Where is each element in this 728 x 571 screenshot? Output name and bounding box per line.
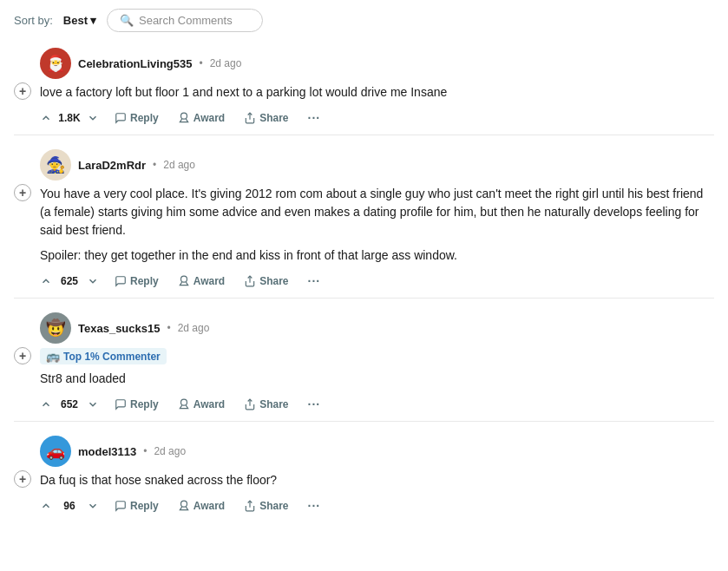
comment-right-col: 🚗model3113•2d agoDa fuq is that hose sna… [40, 436, 714, 515]
comment-wrapper: +🧙LaraD2mRdr•2d agoYou have a very cool … [14, 149, 714, 291]
upvote-button[interactable] [40, 500, 52, 512]
downvote-button[interactable] [87, 398, 99, 410]
username[interactable]: model3113 [78, 445, 136, 458]
reply-label: Reply [130, 112, 159, 124]
username[interactable]: Texas_sucks15 [78, 322, 160, 335]
comment-wrapper: +🚗model3113•2d agoDa fuq is that hose sn… [14, 436, 714, 515]
comment-header: 🚗model3113•2d ago [40, 436, 714, 467]
search-icon: 🔍 [120, 14, 134, 27]
comment-header: 🤠Texas_sucks15•2d ago [40, 312, 714, 344]
avatar: 🎅 [40, 48, 71, 79]
award-label: Award [193, 112, 225, 124]
comment-text: You have a very cool place. It's giving … [40, 185, 714, 265]
search-placeholder-text: Search Comments [139, 14, 233, 27]
award-label: Award [193, 398, 225, 410]
reply-button[interactable]: Reply [111, 272, 162, 290]
award-label: Award [193, 275, 225, 287]
share-button[interactable]: Share [240, 272, 292, 290]
comment-text: love a factory loft but floor 1 and next… [40, 83, 714, 102]
vote-group: 1.8K [40, 112, 99, 124]
award-button[interactable]: Award [174, 396, 228, 413]
comment-divider [14, 135, 714, 135]
chevron-down-icon: ▾ [90, 14, 96, 27]
comments-list: +🎅CelebrationLiving535•2d agolove a fact… [14, 48, 714, 515]
share-button[interactable]: Share [240, 396, 292, 413]
separator-dot: • [167, 322, 170, 334]
vote-count: 1.8K [57, 112, 82, 124]
more-options-button[interactable]: ··· [305, 108, 325, 128]
comment-paragraph: Spoiler: they get together in the end an… [40, 246, 714, 265]
svg-point-0 [180, 113, 187, 119]
badge-label: Top 1% Commenter [63, 351, 161, 363]
username[interactable]: CelebrationLiving535 [78, 57, 192, 70]
search-box[interactable]: 🔍 Search Comments [107, 9, 263, 32]
share-label: Share [259, 275, 288, 287]
comment-divider [14, 421, 714, 422]
reply-label: Reply [130, 275, 159, 287]
expand-button[interactable]: + [14, 82, 31, 100]
vote-count: 625 [57, 275, 82, 287]
reply-button[interactable]: Reply [111, 396, 162, 413]
avatar: 🤠 [40, 312, 71, 344]
reply-button[interactable]: Reply [111, 497, 162, 515]
avatar: 🧙 [40, 149, 71, 180]
award-button[interactable]: Award [174, 497, 228, 515]
share-label: Share [259, 500, 288, 512]
svg-point-4 [180, 399, 187, 405]
vote-count: 652 [57, 398, 82, 410]
more-options-button[interactable]: ··· [305, 272, 325, 291]
upvote-button[interactable] [40, 112, 52, 124]
separator-dot: • [153, 159, 156, 171]
svg-point-2 [180, 276, 187, 282]
award-button[interactable]: Award [174, 109, 228, 127]
upvote-button[interactable] [40, 398, 52, 410]
action-bar: 652ReplyAwardShare··· [40, 395, 714, 414]
award-button[interactable]: Award [174, 272, 228, 290]
expand-button[interactable]: + [14, 470, 31, 488]
comment-divider [14, 298, 714, 299]
action-bar: 625ReplyAwardShare··· [40, 272, 714, 291]
comment-timestamp: 2d ago [178, 322, 210, 334]
sort-value-text: Best [63, 14, 88, 27]
comment-header: 🎅CelebrationLiving535•2d ago [40, 48, 714, 79]
action-bar: 1.8KReplyAwardShare··· [40, 108, 714, 128]
share-label: Share [259, 398, 288, 410]
comment-right-col: 🧙LaraD2mRdr•2d agoYou have a very cool p… [40, 149, 714, 291]
comment-left-col: + [14, 149, 31, 291]
share-button[interactable]: Share [240, 109, 292, 127]
comment-wrapper: +🤠Texas_sucks15•2d ago🚌Top 1% CommenterS… [14, 312, 714, 414]
comment-timestamp: 2d ago [154, 445, 186, 457]
username[interactable]: LaraD2mRdr [78, 159, 146, 172]
award-label: Award [193, 500, 225, 512]
user-badge: 🚌Top 1% Commenter [40, 348, 167, 364]
downvote-button[interactable] [87, 275, 99, 287]
more-options-button[interactable]: ··· [305, 395, 325, 414]
comment-paragraph: Str8 and loaded [40, 370, 714, 388]
downvote-button[interactable] [87, 500, 99, 512]
comment-left-col: + [14, 312, 31, 414]
top-bar: Sort by: Best ▾ 🔍 Search Comments [14, 9, 714, 32]
reply-label: Reply [130, 398, 159, 410]
separator-dot: • [199, 57, 202, 69]
sort-dropdown[interactable]: Best ▾ [63, 14, 96, 27]
comment-right-col: 🤠Texas_sucks15•2d ago🚌Top 1% CommenterSt… [40, 312, 714, 414]
expand-button[interactable]: + [14, 184, 31, 201]
comment-text: Str8 and loaded [40, 370, 714, 388]
vote-group: 96 [40, 500, 99, 512]
expand-button[interactable]: + [14, 347, 31, 364]
more-options-button[interactable]: ··· [305, 496, 325, 515]
comment-header: 🧙LaraD2mRdr•2d ago [40, 149, 714, 180]
sort-by-label: Sort by: [14, 14, 53, 27]
reply-button[interactable]: Reply [111, 109, 162, 127]
comment-wrapper: +🎅CelebrationLiving535•2d agolove a fact… [14, 48, 714, 128]
reply-label: Reply [130, 500, 159, 512]
upvote-button[interactable] [40, 275, 52, 287]
comment-paragraph: Da fuq is that hose snaked across the fl… [40, 471, 714, 489]
comment-left-col: + [14, 48, 31, 128]
vote-count: 96 [57, 500, 82, 512]
svg-point-6 [180, 501, 187, 507]
downvote-button[interactable] [87, 112, 99, 124]
avatar: 🚗 [40, 436, 71, 467]
share-button[interactable]: Share [240, 497, 292, 515]
vote-group: 652 [40, 398, 99, 410]
